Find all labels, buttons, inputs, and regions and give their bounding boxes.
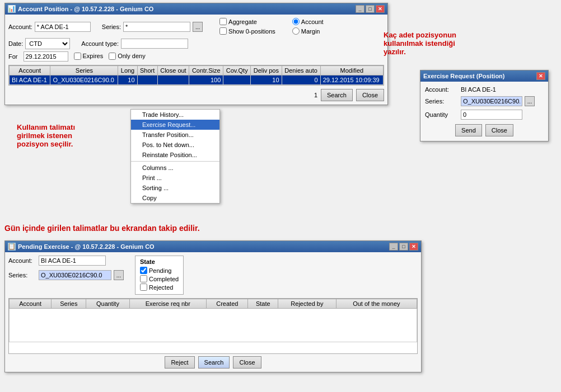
account-type-label: Account type: (81, 40, 119, 47)
pending-window-content: Account: Series: ... State Pending Compl (5, 252, 421, 372)
pending-series-browse[interactable]: ... (114, 270, 124, 280)
ex-series-input[interactable] (461, 96, 522, 106)
pending-table: Account Series Quantity Exercise req nbr… (9, 299, 417, 342)
rejected-label: Rejected (149, 284, 173, 291)
state-title: State (140, 258, 179, 265)
minimize-btn[interactable]: _ (356, 5, 364, 13)
pcol-series[interactable]: Series (52, 299, 86, 309)
close-button[interactable]: Close (356, 89, 384, 101)
exercise-dialog-close-btn[interactable]: ✕ (536, 72, 545, 80)
pending-search-btn[interactable]: Search (198, 356, 230, 369)
pending-account-input[interactable] (39, 256, 106, 266)
col-covqty[interactable]: Cov.Qty (223, 66, 251, 75)
date-select[interactable]: CTD (25, 38, 70, 49)
completed-checkbox[interactable] (140, 275, 147, 282)
col-contrsize[interactable]: Contr.Size (189, 66, 223, 75)
account-radio-label: Account (301, 18, 324, 25)
only-deny-label: Only deny (118, 53, 146, 59)
pending-series-label: Series: (8, 272, 36, 278)
col-modified[interactable]: Modified (320, 66, 383, 75)
pending-checkbox[interactable] (140, 267, 147, 274)
bottom-annotation: Gün içinde girilen talimatlar bu ekranda… (4, 224, 200, 233)
empty-row (10, 309, 417, 342)
date-label: Date: (8, 40, 23, 47)
rejected-checkbox[interactable] (140, 284, 147, 291)
menu-pos-net-down[interactable]: Pos. to Net down... (131, 140, 219, 150)
pending-title: Pending Exercise - @ 10.57.2.228 - Geniu… (18, 243, 155, 250)
margin-radio[interactable] (292, 27, 300, 35)
pcol-exercise-req[interactable]: Exercise req nbr (129, 299, 207, 309)
expires-checkbox[interactable] (74, 53, 81, 60)
menu-copy[interactable]: Copy (131, 193, 219, 203)
menu-sorting[interactable]: Sorting ... (131, 183, 219, 193)
menu-trade-history[interactable]: Trade History... (131, 110, 219, 120)
menu-transfer-position[interactable]: Transfer Position... (131, 130, 219, 140)
show0-checkbox[interactable] (219, 27, 227, 35)
series-label: Series: (102, 23, 121, 30)
page-number: 1 (314, 92, 317, 98)
col-series[interactable]: Series (50, 66, 118, 75)
col-delivpos[interactable]: Deliv pos (251, 66, 282, 75)
ex-series-label: Series: (425, 98, 459, 105)
context-menu: Trade History... Exercise Request... Tra… (130, 109, 220, 204)
cell-short (137, 75, 157, 85)
pending-minimize-btn[interactable]: _ (389, 243, 398, 251)
pcol-rejected-by[interactable]: Rejected by (278, 299, 336, 309)
search-button[interactable]: Search (321, 89, 353, 101)
annotation-left-line2: girilmek istenen (17, 131, 118, 140)
main-close-btn[interactable]: ✕ (376, 5, 385, 13)
pcol-quantity[interactable]: Quantity (86, 299, 129, 309)
annotation-left-line1: Kullanım talimatı (17, 123, 118, 131)
series-browse-btn[interactable]: ... (193, 22, 203, 32)
exercise-dialog: Exercise Request (Position) ✕ Account: B… (420, 70, 549, 141)
pending-account-label: Account: (8, 257, 36, 264)
col-short[interactable]: Short (137, 66, 157, 75)
pcol-out-of-money[interactable]: Out of the money (336, 299, 417, 309)
exercise-dialog-controls: ✕ (536, 72, 545, 80)
pending-label: Pending (149, 267, 171, 274)
account-type-input[interactable] (121, 39, 188, 49)
pcol-state[interactable]: State (248, 299, 278, 309)
table-row[interactable]: BI ACA DE-1 O_XU030E0216C90.0 10 100 10 … (10, 75, 384, 85)
pending-close-btn2[interactable]: Close (233, 356, 261, 369)
only-deny-checkbox[interactable] (109, 53, 116, 60)
menu-print[interactable]: Print ... (131, 173, 219, 183)
pending-close-btn[interactable]: ✕ (409, 243, 418, 251)
pending-series-input[interactable] (39, 270, 111, 280)
aggregate-label: Aggregate (228, 18, 257, 25)
cell-modified: 29.12.2015 10:09:39 (320, 75, 383, 85)
menu-reinstate-position[interactable]: Reinstate Position... (131, 150, 219, 160)
main-window-title-group: 📊 Account Position - @ 10.57.2.228 - Gen… (8, 5, 153, 13)
col-closeout[interactable]: Close out (157, 66, 189, 75)
pcol-account[interactable]: Account (10, 299, 52, 309)
ex-close-btn[interactable]: Close (485, 124, 513, 136)
col-account[interactable]: Account (10, 66, 50, 75)
series-input[interactable]: * (123, 22, 190, 32)
pcol-created[interactable]: Created (207, 299, 248, 309)
window-icon: 📊 (8, 5, 16, 13)
col-deniesauto[interactable]: Denies auto (282, 66, 320, 75)
ex-quantity-input[interactable] (461, 110, 522, 120)
expires-label: Expires (83, 53, 104, 59)
pending-window-icon: 📋 (8, 243, 16, 251)
menu-exercise-request[interactable]: Exercise Request... (131, 120, 219, 130)
pending-exercise-window: 📋 Pending Exercise - @ 10.57.2.228 - Gen… (4, 240, 422, 372)
account-radio[interactable] (292, 18, 300, 25)
col-long[interactable]: Long (118, 66, 137, 75)
account-position-window: 📊 Account Position - @ 10.57.2.228 - Gen… (4, 3, 388, 105)
ex-account-value: BI ACA DE-1 (461, 86, 496, 93)
pending-titlebar: 📋 Pending Exercise - @ 10.57.2.228 - Gen… (5, 241, 421, 252)
show0-label: Show 0-positions (228, 28, 275, 35)
bottom-text: Gün içinde girilen talimatlar bu ekranda… (4, 224, 200, 233)
for-input[interactable] (24, 51, 68, 62)
account-input[interactable]: * ACA DE-1 (35, 22, 91, 32)
send-btn[interactable]: Send (455, 124, 482, 136)
pending-maximize-btn[interactable]: □ (399, 243, 408, 251)
maximize-btn[interactable]: □ (366, 5, 375, 13)
annotation-line2: kullanılmak istendiği (384, 39, 484, 48)
aggregate-checkbox[interactable] (219, 18, 227, 25)
ex-series-browse-btn[interactable]: ... (525, 96, 535, 106)
menu-columns[interactable]: Columns ... (131, 163, 219, 173)
reject-btn[interactable]: Reject (165, 356, 194, 369)
cell-series: O_XU030E0216C90.0 (50, 75, 118, 85)
